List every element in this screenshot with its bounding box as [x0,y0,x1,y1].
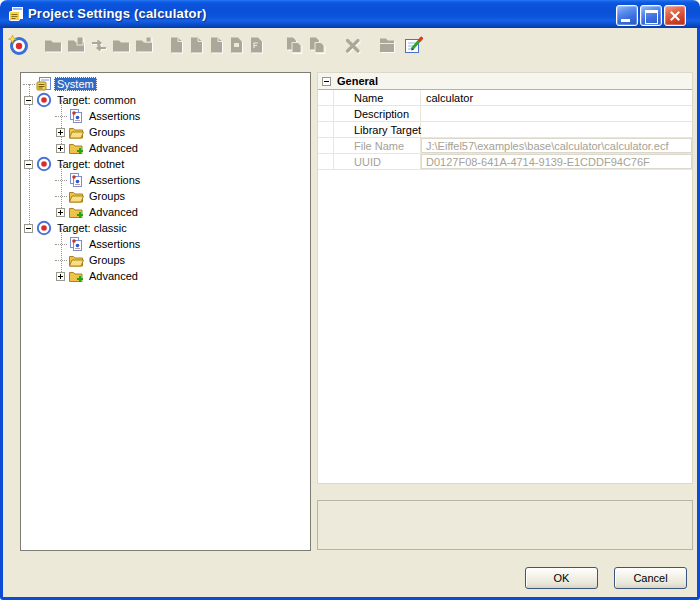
expand-icon[interactable] [56,208,65,217]
tree-connector [55,204,67,220]
tree-item-assertions[interactable]: Assertions [21,172,310,188]
tree-connector [55,236,67,252]
tree-item-assertions[interactable]: Assertions [21,236,310,252]
tree-connector [55,124,67,140]
new-target-button[interactable] [7,34,29,56]
property-value-readonly: J:\Eiffel57\examples\base\calculator\cal… [421,138,692,153]
tree-item-assertions[interactable]: Assertions [21,108,310,124]
property-value-field[interactable] [421,106,692,121]
tree-item-label: Groups [86,125,128,139]
tree-item-label: Assertions [86,237,143,251]
project-settings-icon [8,6,24,22]
property-row-name: Name calculator [318,90,692,106]
window-title: Project Settings (calculator) [28,6,206,21]
project-settings-dialog: Project Settings (calculator) [0,0,700,600]
tree-item-groups[interactable]: Groups [21,252,310,268]
tree-item-groups[interactable]: Groups [21,188,310,204]
assertions-icon [68,108,84,124]
tree-item-advanced[interactable]: Advanced [21,268,310,284]
property-label: File Name [334,138,421,153]
page-icon[interactable] [185,34,207,56]
property-label: Library Target [334,122,421,137]
property-value-field[interactable]: calculator [421,90,692,105]
tree-item-advanced[interactable]: Advanced [21,204,310,220]
tree-item-label: Assertions [86,173,143,187]
tree-item-target-dotnet[interactable]: Target: dotnet [21,156,310,172]
tree-item-label: System [54,77,97,91]
tree-connector [55,252,67,268]
minimize-button[interactable] [616,5,638,26]
property-row-file-name: File Name J:\Eiffel57\examples\base\calc… [318,138,692,154]
tree-item-target-common[interactable]: Target: common [21,92,310,108]
delete-x-icon[interactable] [342,34,364,56]
expand-icon[interactable] [56,272,65,281]
page-icon[interactable] [165,34,187,56]
system-icon [36,76,52,92]
property-label: Name [334,90,421,105]
advanced-folder-icon [68,140,84,156]
transfer-arrows-icon[interactable] [88,34,110,56]
collapse-icon[interactable] [322,77,331,86]
tree-item-label: Advanced [86,269,141,283]
tree-item-system[interactable]: System [21,76,310,92]
pages-icon[interactable] [306,34,328,56]
tree-connector [55,268,67,284]
row-gutter [318,122,334,137]
expand-icon[interactable] [56,128,65,137]
section-header-general[interactable]: General [318,73,692,90]
assertions-icon [68,172,84,188]
tree-connector [23,220,35,236]
tree-item-label: Groups [86,189,128,203]
tree-connector [55,108,67,124]
collapse-icon[interactable] [24,160,33,169]
page-f-icon[interactable] [245,34,267,56]
tree-item-target-classic[interactable]: Target: classic [21,220,310,236]
close-button[interactable] [664,5,686,26]
ok-button[interactable]: OK [525,567,598,589]
folder-page-icon[interactable] [65,34,87,56]
property-label: Description [334,106,421,121]
description-panel [317,500,693,550]
titlebar[interactable]: Project Settings (calculator) [0,0,700,28]
tree-connector [55,188,67,204]
expand-icon[interactable] [56,144,65,153]
tree-connector [23,156,35,172]
package-icon[interactable] [376,34,398,56]
edit-pencil-icon[interactable] [402,34,424,56]
advanced-folder-icon [68,204,84,220]
tree-item-label: Target: dotnet [54,157,127,171]
folder-icon [68,188,84,204]
section-title: General [337,75,378,87]
target-icon [36,220,52,236]
property-row-uuid: UUID D0127F08-641A-4714-9139-E1CDDF94C76… [318,154,692,170]
row-gutter [318,138,334,153]
property-label: UUID [334,154,421,169]
folder-icon[interactable] [42,34,64,56]
settings-tree-panel: System Target: common Assertions [20,72,311,551]
cancel-button[interactable]: Cancel [614,567,687,589]
tree-item-label: Groups [86,253,128,267]
page-flag-icon[interactable] [225,34,247,56]
advanced-folder-icon [68,268,84,284]
tree-item-advanced[interactable]: Advanced [21,140,310,156]
property-row-library-target: Library Target [318,122,692,138]
pages-icon[interactable] [283,34,305,56]
collapse-icon[interactable] [24,96,33,105]
property-value-readonly: D0127F08-641A-4714-9139-E1CDDF94C76F [421,154,692,169]
tree-item-groups[interactable]: Groups [21,124,310,140]
collapse-icon[interactable] [24,224,33,233]
tree-item-label: Target: classic [54,221,130,235]
property-grid: General Name calculator Description Libr… [317,72,693,484]
toolbar [0,30,700,62]
page-icon[interactable] [205,34,227,56]
tree-connector [23,92,35,108]
tree-connector [55,172,67,188]
maximize-button[interactable] [640,5,662,26]
property-row-description: Description [318,106,692,122]
folder-mark-icon[interactable] [133,34,155,56]
folder-icon[interactable] [110,34,132,56]
target-icon [36,156,52,172]
row-gutter [318,154,334,169]
property-value-field[interactable] [421,122,692,137]
tree-item-label: Target: common [54,93,139,107]
